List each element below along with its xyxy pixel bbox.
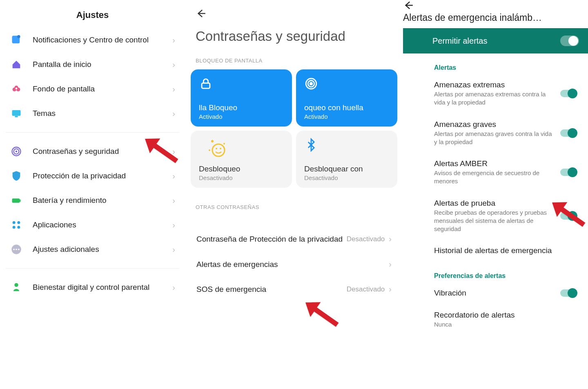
settings-item[interactable]: Bienestar digital y control parental › <box>5 275 180 300</box>
alert-item[interactable]: Alertas AMBER Avisos de emergencia de se… <box>403 153 588 192</box>
settings-item[interactable]: Temas › <box>5 101 180 126</box>
svg-point-25 <box>310 82 312 85</box>
settings-item[interactable]: Ajustes adicionales › <box>5 237 180 262</box>
page-title: Contraseñas y seguridad <box>185 22 403 55</box>
home-icon <box>10 58 23 71</box>
svg-point-13 <box>13 221 16 224</box>
list-item[interactable]: SOS de emergencia Desactivado › <box>189 277 399 302</box>
settings-list-b: Contraseñas y seguridad › Protección de … <box>0 139 185 262</box>
settings-item[interactable]: Pantalla de inicio › <box>5 52 180 77</box>
alert-item-title: Recordatorio de alertas <box>434 311 569 320</box>
alert-item[interactable]: Historial de alertas de emergencia <box>403 240 588 262</box>
svg-rect-6 <box>12 110 21 116</box>
allow-alerts-banner[interactable]: Permitir alertas <box>403 28 588 53</box>
svg-point-19 <box>16 249 17 250</box>
tile-status: Desactivado <box>199 174 284 181</box>
settings-list-c: Bienestar digital y control parental › <box>0 275 185 300</box>
tile-label: Desbloqueo <box>199 164 284 173</box>
settings-item-label: Fondo de pantalla <box>33 84 172 94</box>
settings-item[interactable]: Protección de la privacidad › <box>5 164 180 188</box>
svg-point-1 <box>17 35 20 38</box>
emergency-alerts-panel: Alertas de emergencia inalámb… Permitir … <box>403 0 588 389</box>
alert-prefs-list: Vibración Recordatorio de alertas Nunca <box>403 282 588 335</box>
chevron-right-icon: › <box>172 109 175 118</box>
svg-point-14 <box>17 221 20 224</box>
settings-item[interactable]: Fondo de pantalla › <box>5 77 180 101</box>
lock-tile[interactable]: oqueo con huella Activado <box>296 69 397 127</box>
shield-icon <box>10 169 23 182</box>
header: Alertas de emergencia inalámb… <box>403 0 588 23</box>
alert-item[interactable]: Amenazas extremas Alertas por amenazas e… <box>403 74 588 113</box>
toggle-switch[interactable] <box>560 169 577 176</box>
list-item-label: Alertas de emergencias <box>196 259 389 270</box>
fingerprint-icon <box>10 145 23 158</box>
toggle-switch[interactable] <box>560 90 577 97</box>
bluetooth-icon <box>304 138 389 153</box>
divider <box>6 132 179 133</box>
settings-list-a: Notificaciones y Centro de control › Pan… <box>0 28 185 126</box>
settings-item[interactable]: Notificaciones y Centro de control › <box>5 28 180 52</box>
settings-item-label: Ajustes adicionales <box>33 244 172 255</box>
svg-point-31 <box>220 148 221 149</box>
lock-tile[interactable]: lla Bloqueo Activado <box>191 69 292 127</box>
banner-label: Permitir alertas <box>432 36 487 46</box>
list-item[interactable]: Alertas de emergencias › <box>189 252 399 277</box>
toggle-switch[interactable] <box>560 212 577 220</box>
alert-item[interactable]: Recordatorio de alertas Nunca <box>403 304 588 335</box>
svg-point-27 <box>223 143 225 144</box>
chevron-right-icon: › <box>172 220 175 230</box>
arrow-annotation <box>299 300 344 338</box>
tile-label: oqueo con huella <box>304 103 389 112</box>
alert-item[interactable]: Vibración <box>403 282 588 304</box>
lock-icon <box>199 77 284 91</box>
chevron-right-icon: › <box>172 36 175 45</box>
list-item-status: Desactivado <box>347 285 385 293</box>
settings-item-label: Protección de la privacidad <box>33 171 172 181</box>
list-item[interactable]: Contraseña de Protección de la privacida… <box>189 227 399 252</box>
tile-status: Activado <box>199 113 284 120</box>
alert-item-subtitle: Alertas por amenazas extremas contra la … <box>434 90 553 107</box>
settings-item[interactable]: Contraseñas y seguridad › <box>5 139 180 164</box>
themes-icon <box>10 107 23 120</box>
chevron-right-icon: › <box>389 285 392 294</box>
section-header: Preferencias de alertas <box>403 262 588 282</box>
lock-tile[interactable]: Desbloquear con Desactivado <box>296 131 397 188</box>
list-item-status: Desactivado <box>347 235 385 243</box>
alert-item-title: Alertas AMBER <box>434 159 553 168</box>
dots-icon <box>10 243 23 256</box>
alert-item-subtitle: Avisos de emergencia de secuestro de men… <box>434 169 553 186</box>
back-button[interactable] <box>403 5 425 12</box>
lock-tiles-grid: lla Bloqueo Activado oqueo con huella Ac… <box>185 69 403 188</box>
alert-item[interactable]: Amenazas graves Alertas por amenazas gra… <box>403 113 588 153</box>
chevron-right-icon: › <box>389 260 392 269</box>
allow-alerts-toggle[interactable] <box>560 36 579 46</box>
alert-item-title: Amenazas extremas <box>434 80 553 89</box>
chevron-right-icon: › <box>172 245 175 254</box>
settings-item[interactable]: Aplicaciones › <box>5 213 180 237</box>
settings-item-label: Contraseñas y seguridad <box>33 146 172 157</box>
alert-item[interactable]: Alertas de prueba Recibe pruebas de oper… <box>403 192 588 240</box>
fingerprint2-icon <box>304 77 389 91</box>
alert-item-subtitle: Nunca <box>434 320 569 329</box>
svg-point-18 <box>13 249 15 250</box>
svg-rect-22 <box>202 83 210 88</box>
alert-item-title: Alertas de prueba <box>434 199 553 208</box>
settings-panel: Ajustes Notificaciones y Centro de contr… <box>0 0 185 389</box>
svg-point-29 <box>212 144 225 156</box>
flower-icon <box>10 82 23 96</box>
section-header: OTRAS CONTRASEÑAS <box>185 202 403 216</box>
settings-item-label: Bienestar digital y control parental <box>33 282 172 293</box>
back-button[interactable] <box>185 0 403 22</box>
chevron-right-icon: › <box>172 196 175 205</box>
toggle-switch[interactable] <box>560 289 577 297</box>
settings-item-label: Batería y rendimiento <box>33 195 172 206</box>
settings-item[interactable]: Batería y rendimiento › <box>5 188 180 213</box>
toggle-switch[interactable] <box>560 129 577 137</box>
alert-item-subtitle: Recibe pruebas de operadores y pruebas m… <box>434 209 553 233</box>
lock-tile[interactable]: Desbloqueo Desactivado <box>191 131 292 188</box>
svg-point-5 <box>16 88 18 90</box>
tile-label: lla Bloqueo <box>199 103 284 112</box>
section-header: Alertas <box>403 53 588 74</box>
list-item-label: SOS de emergencia <box>196 284 347 295</box>
other-passwords-list: Contraseña de Protección de la privacida… <box>185 227 403 302</box>
